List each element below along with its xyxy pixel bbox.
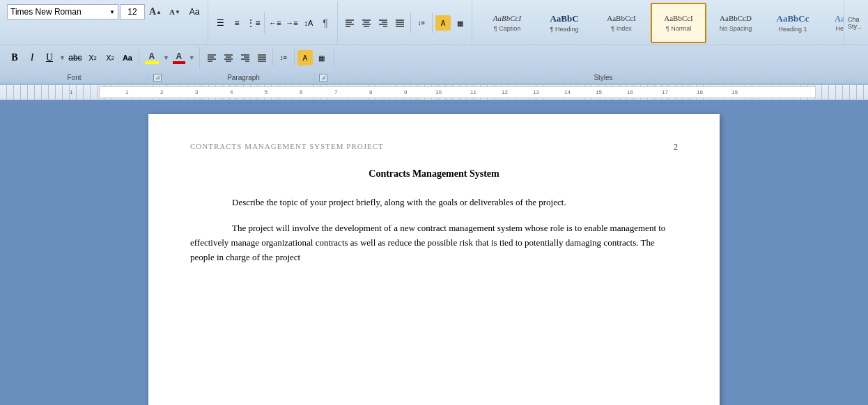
style-normal-preview: AaBbCcI [664, 14, 693, 23]
font-format-group: B I U ▼ abc X2 X2 Aa A ▼ A ▼ [3, 47, 200, 69]
style-no-spacing[interactable]: AaBbCcD No Spacing [708, 3, 764, 43]
list-group: ☰ ≡ ⋮≡ ←≡ →≡ ↕A ¶ [208, 1, 338, 45]
font-color-button[interactable]: A [171, 52, 187, 64]
border-button[interactable]: ▦ [452, 15, 467, 31]
align-group: ↕≡ A ▦ [338, 1, 472, 45]
font-expand-button[interactable]: ⊿ [153, 74, 162, 82]
decrease-indent-button[interactable]: ←≡ [268, 15, 283, 31]
style-index-preview: AaBbCcI [607, 14, 636, 23]
bullet-list-button[interactable]: ☰ [212, 15, 228, 31]
style-no-spacing-label: No Spacing [720, 25, 752, 32]
style-normal[interactable]: AaBbCcI ¶ Normal [651, 3, 706, 43]
document-title: Contracts Management System [190, 166, 678, 182]
align-right-button-2[interactable] [238, 50, 253, 65]
align-left-button-2[interactable] [204, 50, 219, 65]
multilevel-list-button[interactable]: ⋮≡ [246, 15, 261, 31]
style-heading2-preview: AaBbCc [835, 14, 844, 24]
align-right-button[interactable] [375, 15, 391, 31]
style-heading1-label: Heading 1 [778, 26, 807, 33]
shrink-font-button[interactable]: A▼ [166, 3, 184, 21]
justify-button[interactable] [392, 15, 408, 31]
font-group-label: Font [3, 74, 149, 81]
document-content: Contracts Management System Describe the… [190, 166, 678, 265]
align-center-button[interactable] [359, 15, 374, 31]
partial-label: ChaSty... [848, 16, 862, 30]
style-index[interactable]: AaBbCcI ¶ Index [594, 3, 649, 43]
style-caption-label: ¶ Caption [494, 25, 520, 32]
styles-panel: AaBbCcI ¶ Caption AaBbC ¶ Heading AaBbCc… [476, 3, 844, 43]
paragraph-group-label: Paragraph [176, 74, 315, 81]
line-spacing-button[interactable]: ↕≡ [414, 15, 429, 31]
style-index-label: ¶ Index [611, 25, 631, 32]
font-name-dropdown-icon[interactable]: ▼ [109, 9, 115, 15]
align-center-button-2[interactable] [221, 50, 236, 65]
styles-group: AaBbCcI ¶ Caption AaBbC ¶ Heading AaBbCc… [472, 1, 844, 45]
ruler: 1 · 1 2 3 4 5 6 7 8 9 10 11 12 13 14 15 … [0, 85, 868, 100]
style-no-spacing-preview: AaBbCcD [720, 14, 752, 23]
grow-font-button[interactable]: A▲ [146, 3, 164, 21]
bold-button[interactable]: B [7, 50, 22, 65]
font-color-dropdown[interactable]: ▼ [189, 54, 195, 61]
subscript-button[interactable]: X2 [85, 50, 100, 65]
page-header-title: CONTRACTS MANAGEMENT SYSTEM PROJECT [190, 142, 384, 150]
show-para-button[interactable]: ¶ [318, 15, 333, 31]
font-size-selector[interactable]: 12 [120, 4, 145, 19]
styles-group-label: Styles [341, 74, 865, 81]
border-button-2[interactable]: ▦ [314, 50, 330, 65]
number-list-button[interactable]: ≡ [229, 15, 245, 31]
strikethrough-button[interactable]: abc [68, 50, 83, 65]
highlight-button[interactable]: A [143, 52, 161, 64]
style-caption-preview: AaBbCcI [493, 14, 521, 23]
style-heading1[interactable]: AaBbCc Heading 1 [765, 3, 821, 43]
style-heading-preview: AaBbC [550, 13, 578, 24]
style-heading2[interactable]: AaBbCc Heading 2 [822, 3, 844, 43]
page-number: 2 [674, 142, 678, 152]
line-spacing-button-2[interactable]: ↕≡ [276, 50, 291, 65]
change-case-button[interactable]: Aa [120, 50, 135, 65]
clear-format-button[interactable]: Aa [185, 3, 203, 21]
font-group: Times New Roman ▼ 12 A▲ A▼ Aa [3, 1, 208, 45]
paragraph-expand-button[interactable]: ⊿ [319, 74, 327, 82]
align-group-row2: ↕≡ A ▦ [200, 47, 334, 69]
style-heading1-preview: AaBbCc [777, 13, 809, 24]
style-heading[interactable]: AaBbC ¶ Heading [536, 3, 592, 43]
font-name-selector[interactable]: Times New Roman ▼ [7, 4, 118, 19]
document-paragraph-1[interactable]: Describe the topic of your project brief… [190, 196, 678, 210]
underline-dropdown[interactable]: ▼ [59, 54, 65, 61]
align-left-button[interactable] [342, 15, 357, 31]
sort-button[interactable]: ↕A [301, 15, 316, 31]
document-paragraph-2[interactable]: The project will involve the development… [190, 221, 678, 264]
style-heading-label: ¶ Heading [550, 26, 579, 33]
italic-button[interactable]: I [24, 50, 40, 65]
style-normal-label: ¶ Normal [666, 25, 691, 32]
increase-indent-button[interactable]: →≡ [284, 15, 300, 31]
shading-button[interactable]: A [435, 15, 451, 31]
shading-button-2[interactable]: A [297, 50, 313, 65]
highlight-dropdown[interactable]: ▼ [163, 54, 169, 61]
underline-button[interactable]: U [42, 50, 57, 65]
justify-button-2[interactable] [254, 50, 270, 65]
style-heading2-label: Heading 2 [835, 25, 844, 32]
style-caption[interactable]: AaBbCcI ¶ Caption [479, 3, 535, 43]
page-header: CONTRACTS MANAGEMENT SYSTEM PROJECT 2 [190, 142, 678, 152]
right-partial-group: ChaSty... [844, 1, 865, 45]
document-area: CONTRACTS MANAGEMENT SYSTEM PROJECT 2 Co… [0, 100, 868, 405]
superscript-button[interactable]: X2 [102, 50, 118, 65]
document-page: CONTRACTS MANAGEMENT SYSTEM PROJECT 2 Co… [148, 114, 720, 405]
